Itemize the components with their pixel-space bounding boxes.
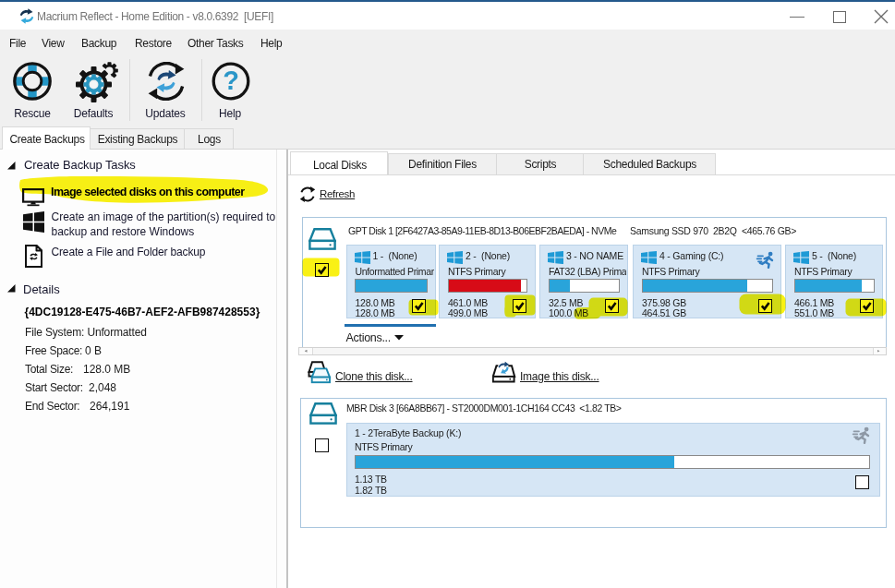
svg-text:?: ? [223,66,239,95]
